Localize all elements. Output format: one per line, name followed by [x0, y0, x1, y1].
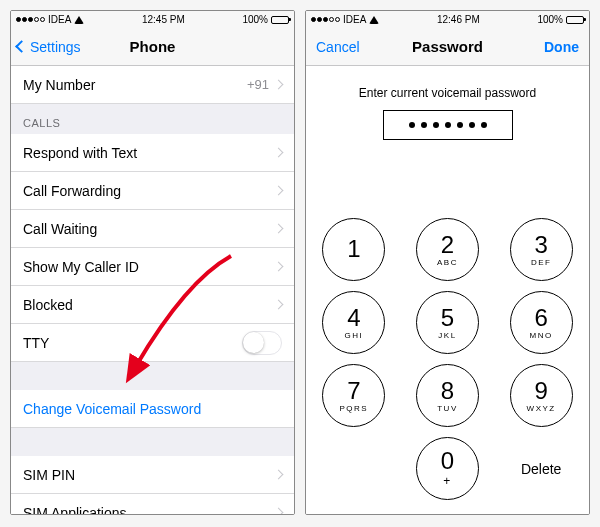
key-letters: MNO: [530, 331, 553, 340]
key-number: 0: [441, 449, 454, 473]
spacer: [11, 428, 294, 456]
signal-icon: [311, 17, 340, 22]
password-area: Enter current voicemail password 12ABC3D…: [306, 66, 589, 514]
my-number-label: My Number: [23, 77, 247, 93]
row-show-caller-id[interactable]: Show My Caller ID: [11, 248, 294, 286]
battery-pct: 100%: [242, 14, 268, 25]
row-sim-pin[interactable]: SIM PIN: [11, 456, 294, 494]
row-call-waiting[interactable]: Call Waiting: [11, 210, 294, 248]
key-letters: ABC: [437, 258, 458, 267]
back-button[interactable]: Settings: [17, 28, 81, 65]
nav-title: Password: [412, 38, 483, 55]
done-button[interactable]: Done: [544, 28, 579, 65]
keypad-delete-button[interactable]: Delete: [510, 437, 573, 500]
signal-icon: [16, 17, 45, 22]
row-label: Blocked: [23, 297, 275, 313]
key-number: 3: [534, 233, 547, 257]
chevron-right-icon: [274, 470, 284, 480]
keypad-key-5[interactable]: 5JKL: [416, 291, 479, 354]
chevron-right-icon: [274, 262, 284, 272]
key-letters: TUV: [437, 404, 458, 413]
nav-title: Phone: [130, 38, 176, 55]
key-letters: PQRS: [339, 404, 368, 413]
row-respond-with-text[interactable]: Respond with Text: [11, 134, 294, 172]
keypad-key-0[interactable]: 0+: [416, 437, 479, 500]
battery-pct: 100%: [537, 14, 563, 25]
chevron-right-icon: [274, 148, 284, 158]
keypad-key-7[interactable]: 7PQRS: [322, 364, 385, 427]
carrier-label: IDEA: [343, 14, 366, 25]
section-header-calls: CALLS: [11, 104, 294, 134]
numeric-keypad: 12ABC3DEF4GHI5JKL6MNO7PQRS8TUV9WXYZ0+Del…: [306, 208, 589, 514]
chevron-right-icon: [274, 300, 284, 310]
key-number: 7: [347, 379, 360, 403]
carrier-label: IDEA: [48, 14, 71, 25]
settings-list: My Number +91 CALLS Respond with Text Ca…: [11, 66, 294, 514]
row-label: Call Waiting: [23, 221, 275, 237]
row-label: SIM PIN: [23, 467, 275, 483]
row-label: Show My Caller ID: [23, 259, 275, 275]
wifi-icon: [74, 16, 84, 24]
row-blocked[interactable]: Blocked: [11, 286, 294, 324]
tty-toggle[interactable]: [242, 331, 282, 355]
key-letters: GHI: [344, 331, 363, 340]
key-number: 5: [441, 306, 454, 330]
chevron-right-icon: [274, 186, 284, 196]
password-field[interactable]: [383, 110, 513, 140]
chevron-right-icon: [274, 80, 284, 90]
chevron-right-icon: [274, 508, 284, 514]
nav-bar: Settings Phone: [11, 28, 294, 66]
key-number: 8: [441, 379, 454, 403]
row-label: Respond with Text: [23, 145, 275, 161]
keypad-key-4[interactable]: 4GHI: [322, 291, 385, 354]
key-letters: JKL: [438, 331, 456, 340]
key-letters: +: [443, 474, 452, 488]
back-label: Settings: [30, 39, 81, 55]
key-number: 1: [347, 237, 360, 261]
status-time: 12:46 PM: [437, 14, 480, 25]
wifi-icon: [369, 16, 379, 24]
row-sim-applications[interactable]: SIM Applications: [11, 494, 294, 514]
screen-phone-settings: IDEA 12:45 PM 100% Settings Phone My Num…: [10, 10, 295, 515]
key-number: 2: [441, 233, 454, 257]
chevron-right-icon: [274, 224, 284, 234]
my-number-value: +91: [247, 77, 269, 92]
key-number: 6: [534, 306, 547, 330]
row-call-forwarding[interactable]: Call Forwarding: [11, 172, 294, 210]
keypad-key-9[interactable]: 9WXYZ: [510, 364, 573, 427]
keypad-key-3[interactable]: 3DEF: [510, 218, 573, 281]
status-bar: IDEA 12:46 PM 100%: [306, 11, 589, 28]
status-bar: IDEA 12:45 PM 100%: [11, 11, 294, 28]
row-change-voicemail-password[interactable]: Change Voicemail Password: [11, 390, 294, 428]
keypad-key-2[interactable]: 2ABC: [416, 218, 479, 281]
cancel-button[interactable]: Cancel: [316, 28, 360, 65]
battery-icon: [566, 16, 584, 24]
key-number: 9: [534, 379, 547, 403]
row-tty: TTY: [11, 324, 294, 362]
battery-icon: [271, 16, 289, 24]
spacer: [11, 362, 294, 390]
keypad-key-1[interactable]: 1: [322, 218, 385, 281]
key-letters: DEF: [531, 258, 552, 267]
nav-bar: Cancel Password Done: [306, 28, 589, 66]
chevron-left-icon: [15, 40, 28, 53]
keypad-blank: [322, 437, 385, 500]
status-time: 12:45 PM: [142, 14, 185, 25]
change-vm-label: Change Voicemail Password: [23, 401, 282, 417]
row-label: SIM Applications: [23, 505, 275, 515]
row-label: Call Forwarding: [23, 183, 275, 199]
keypad-key-6[interactable]: 6MNO: [510, 291, 573, 354]
row-my-number[interactable]: My Number +91: [11, 66, 294, 104]
password-prompt: Enter current voicemail password: [306, 86, 589, 100]
screen-voicemail-password: IDEA 12:46 PM 100% Cancel Password Done …: [305, 10, 590, 515]
key-number: 4: [347, 306, 360, 330]
key-letters: WXYZ: [527, 404, 556, 413]
keypad-key-8[interactable]: 8TUV: [416, 364, 479, 427]
tty-label: TTY: [23, 335, 242, 351]
